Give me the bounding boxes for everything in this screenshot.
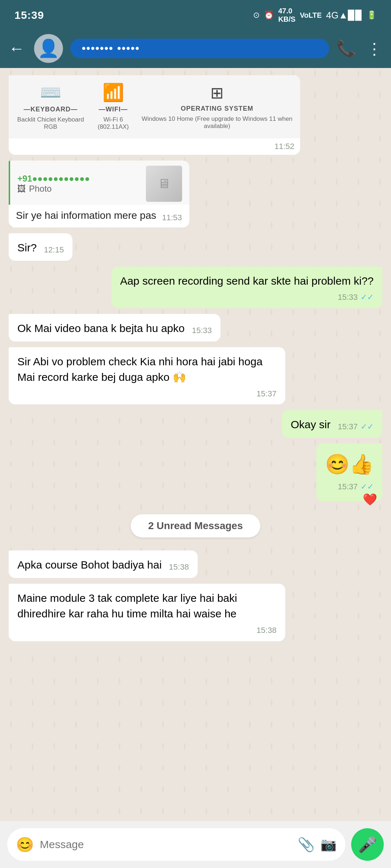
back-button[interactable]: ← (9, 39, 25, 58)
feature-wifi: 📶 —WIFI— Wi-Fi 6 (802.11AX) (91, 82, 135, 131)
menu-icon[interactable]: ⋮ (366, 39, 382, 58)
bubble-time: 15:38 (257, 625, 277, 636)
fwd-header: +91●●●●●●●●●●● 🖼 Photo 🖥 (9, 161, 189, 205)
product-image: ⌨️ —KEYBOARD— Backlit Chiclet Keyboard R… (9, 75, 300, 138)
incoming-bubble: Sir Abi vo problem check Kia nhi hora ha… (9, 347, 285, 405)
contact-name-pill[interactable]: ••••••• ••••• (70, 39, 329, 58)
os-desc: Windows 10 Home (Free upgrade to Windows… (141, 115, 293, 130)
chat-area: ⌨️ —KEYBOARD— Backlit Chiclet Keyboard R… (0, 68, 391, 821)
reaction-heart: ❤️ (363, 491, 377, 508)
bubble-time: 15:37 (338, 481, 358, 493)
emoji-button[interactable]: 😊 (16, 836, 34, 853)
wifi-icon: 📶 (102, 82, 124, 103)
contact-name: ••••••• ••••• (82, 42, 318, 55)
bubble-text: Sir Abi vo problem check Kia nhi hora ha… (17, 356, 262, 383)
bubble-time: 15:37 (257, 388, 277, 400)
product-time: 11:52 (274, 142, 294, 151)
incoming-bubble: Sir? 12:15 (9, 233, 72, 261)
fwd-type-label: Photo (29, 184, 52, 194)
input-bar: 😊 📎 📷 🎤 (0, 821, 391, 868)
keyboard-icon: ⌨️ (40, 82, 62, 103)
message-input[interactable] (40, 838, 292, 851)
fwd-type: 🖼 Photo (17, 184, 142, 194)
toolbar-actions: 📞 ⋮ (336, 39, 382, 58)
feature-os: ⊞ OPERATING SYSTEM Windows 10 Home (Free… (141, 84, 293, 130)
bubble-meta: 15:33 ✓✓ (120, 292, 374, 303)
wifi-label: —WIFI— (99, 106, 128, 113)
fwd-thumbnail: 🖥 (146, 166, 182, 202)
network-bars: 4G▲▉▉ (326, 10, 362, 21)
msg-row: Ok Mai video bana k bejta hu apko 15:33 (9, 314, 382, 341)
product-bubble-footer: 11:52 (9, 138, 300, 155)
feature-keyboard: ⌨️ —KEYBOARD— Backlit Chiclet Keyboard R… (16, 82, 85, 131)
mic-button[interactable]: 🎤 (351, 828, 384, 861)
incoming-bubble: Apka course Bohot badiya hai 15:38 (9, 550, 198, 578)
bubble-text: Maine module 3 tak complete kar liye hai… (17, 592, 237, 620)
os-label: OPERATING SYSTEM (181, 105, 253, 112)
keyboard-desc: Backlit Chiclet Keyboard RGB (16, 116, 85, 131)
bubble-text-emoji: 😊👍 (325, 453, 374, 475)
bubble-time: 15:33 (192, 325, 212, 336)
msg-row: ⌨️ —KEYBOARD— Backlit Chiclet Keyboard R… (9, 75, 382, 155)
status-icons: ⊙ ⏰ 47.0KB/S VoLTE 4G▲▉▉ 🔋 (253, 7, 377, 24)
status-bar: 15:39 ⊙ ⏰ 47.0KB/S VoLTE 4G▲▉▉ 🔋 (0, 0, 391, 29)
product-card-bubble: ⌨️ —KEYBOARD— Backlit Chiclet Keyboard R… (9, 75, 300, 155)
volte-icon: VoLTE (300, 11, 321, 20)
bubble-meta: 15:37 ✓✓ (338, 421, 374, 433)
speed-indicator: 47.0KB/S (278, 7, 295, 24)
bubble-text: Ok Mai video bana k bejta hu apko (17, 320, 185, 336)
call-add-icon[interactable]: 📞 (336, 39, 356, 58)
msg-row: Okay sir 15:37 ✓✓ (9, 410, 382, 438)
unread-pill: 2 Unread Messages (131, 514, 260, 537)
bubble-text: Apka course Bohot badiya hai (17, 557, 162, 573)
incoming-bubble: Maine module 3 tak complete kar liye hai… (9, 584, 285, 641)
fwd-time: 11:53 (162, 213, 182, 222)
forwarded-bubble: +91●●●●●●●●●●● 🖼 Photo 🖥 Sir ye hai info… (9, 161, 189, 227)
message-input-container: 😊 📎 📷 (7, 828, 345, 861)
msg-row: 😊👍 15:37 ✓✓ ❤️ (9, 443, 382, 501)
msg-row: Sir? 12:15 (9, 233, 382, 261)
msg-row: Sir Abi vo problem check Kia nhi hora ha… (9, 347, 382, 405)
alarm-icon: ⏰ (264, 10, 274, 20)
attach-icon[interactable]: 📎 (298, 837, 315, 852)
outgoing-bubble-emoji: 😊👍 15:37 ✓✓ ❤️ (316, 443, 382, 501)
battery-icon: 🔋 (367, 10, 377, 20)
avatar-icon: 👤 (38, 38, 59, 59)
msg-row: Maine module 3 tak complete kar liye hai… (9, 584, 382, 641)
msg-row: Apka course Bohot badiya hai 15:38 (9, 550, 382, 578)
fwd-body: Sir ye hai information mere pas 11:53 (9, 205, 189, 227)
keyboard-label: —KEYBOARD— (24, 106, 77, 113)
camera-icon[interactable]: 📷 (320, 837, 337, 852)
chat-toolbar: ← 👤 ••••••• ••••• 📞 ⋮ (0, 29, 391, 68)
msg-row: +91●●●●●●●●●●● 🖼 Photo 🖥 Sir ye hai info… (9, 161, 382, 227)
windows-icon: ⊞ (210, 84, 224, 102)
bubble-text: Sir? (17, 240, 37, 256)
bubble-time: 12:15 (44, 244, 64, 256)
bubble-text: Aap screen recording send kar skte hai p… (120, 275, 374, 287)
photo-icon: 🖼 (17, 184, 26, 194)
bubble-time: 15:33 (338, 292, 358, 303)
bubble-meta: 15:38 (17, 625, 277, 636)
status-time: 15:39 (14, 9, 44, 21)
fwd-text: Sir ye hai information mere pas (16, 208, 156, 222)
bubble-text: Okay sir (291, 417, 331, 433)
msg-row: Aap screen recording send kar skte hai p… (9, 267, 382, 308)
incoming-bubble: Ok Mai video bana k bejta hu apko 15:33 (9, 314, 220, 341)
wifi-desc: Wi-Fi 6 (802.11AX) (91, 116, 135, 131)
mic-icon: 🎤 (358, 836, 377, 854)
unread-divider: 2 Unread Messages (9, 514, 382, 537)
network-icon: ⊙ (253, 10, 260, 20)
thumb-icon: 🖥 (157, 176, 171, 191)
tick-icon: ✓✓ (361, 292, 374, 303)
tick-icon: ✓✓ (361, 421, 374, 433)
fwd-sender: +91●●●●●●●●●●● (17, 174, 142, 184)
bubble-meta: 15:37 (17, 388, 277, 400)
bubble-time: 15:38 (169, 561, 189, 573)
outgoing-bubble: Okay sir 15:37 ✓✓ (282, 410, 382, 438)
bubble-time: 15:37 (338, 421, 358, 433)
outgoing-bubble: Aap screen recording send kar skte hai p… (112, 267, 382, 308)
avatar[interactable]: 👤 (34, 34, 63, 63)
